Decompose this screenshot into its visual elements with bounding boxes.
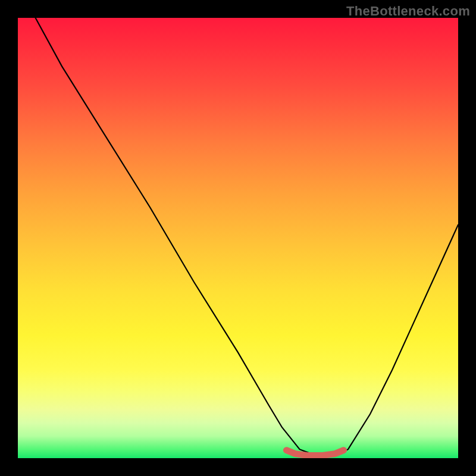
chart-frame: TheBottleneck.com	[0, 0, 476, 476]
watermark-text: TheBottleneck.com	[346, 4, 470, 19]
chart-svg	[18, 18, 458, 458]
flat-valley-marker	[286, 450, 343, 456]
plot-area	[18, 18, 458, 458]
bottleneck-curve	[36, 18, 458, 456]
